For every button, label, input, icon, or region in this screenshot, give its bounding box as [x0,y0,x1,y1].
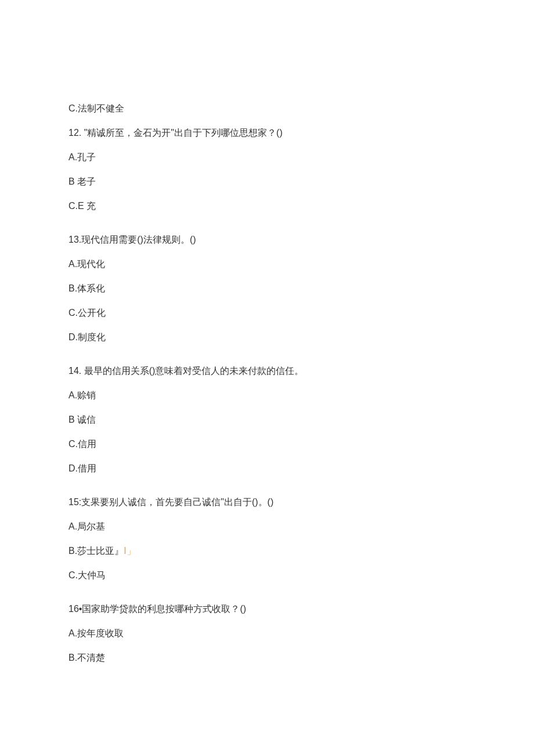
line-text: A.赊销 [68,390,96,400]
line-text: 14. 最早的信用关系()意味着对受信人的未来付款的信任。 [68,366,304,376]
line-text: 13.现代信用需要()法律规则。() [68,235,196,244]
line-text: C.大仲马 [68,570,106,580]
text-line: 15:支果要别人诚信，首先要自己诚信"出自于()。() [68,495,466,509]
text-line: B.体系化 [68,282,466,296]
line-text: C.法制不健全 [68,103,124,113]
text-line: 16•国家助学贷款的利息按哪种方式收取？() [68,602,466,616]
line-text: B 老子 [68,177,96,186]
line-text: D.借用 [68,463,96,473]
text-line: C.E 充 [68,199,466,213]
text-line: C.大仲马 [68,568,466,582]
line-text: B.体系化 [68,283,105,293]
text-line: A.赊销 [68,388,466,402]
text-line: A.按年度收取 [68,627,466,640]
text-line: B.不清楚 [68,651,466,665]
text-line: D.制度化 [68,330,466,344]
line-text: 16•国家助学贷款的利息按哪种方式收取？() [68,604,246,614]
text-line: A.现代化 [68,257,466,271]
line-text: 15:支果要别人诚信，首先要自己诚信"出自于()。() [68,497,273,507]
line-text: A.孔子 [68,152,96,162]
text-line: B 老子 [68,175,466,189]
line-text: A.按年度收取 [68,628,124,638]
line-text: 12. "精诚所至，金石为开"出自于下列哪位思想家？() [68,128,283,138]
text-line: C.法制不健全 [68,102,466,116]
line-text: C.公开化 [68,308,106,318]
text-line: 13.现代信用需要()法律规则。() [68,233,466,247]
line-text: A.现代化 [68,259,105,269]
line-suffix: I」 [124,546,135,556]
text-line: C.信用 [68,437,466,451]
line-text: D.制度化 [68,332,106,342]
text-line: B.莎士比亚』I」 [68,544,466,558]
line-text: B.莎士比亚』 [68,546,124,556]
text-line: B 诚信 [68,413,466,427]
line-text: B 诚信 [68,415,96,424]
line-text: C.E 充 [68,201,96,211]
text-line: A.局尔基 [68,520,466,534]
text-line: 14. 最早的信用关系()意味着对受信人的未来付款的信任。 [68,364,466,378]
text-line: D.借用 [68,462,466,476]
line-text: C.信用 [68,439,96,449]
text-line: 12. "精诚所至，金石为开"出自于下列哪位思想家？() [68,126,466,140]
text-line: C.公开化 [68,306,466,320]
line-text: B.不清楚 [68,653,105,663]
line-text: A.局尔基 [68,521,105,531]
text-line: A.孔子 [68,150,466,164]
